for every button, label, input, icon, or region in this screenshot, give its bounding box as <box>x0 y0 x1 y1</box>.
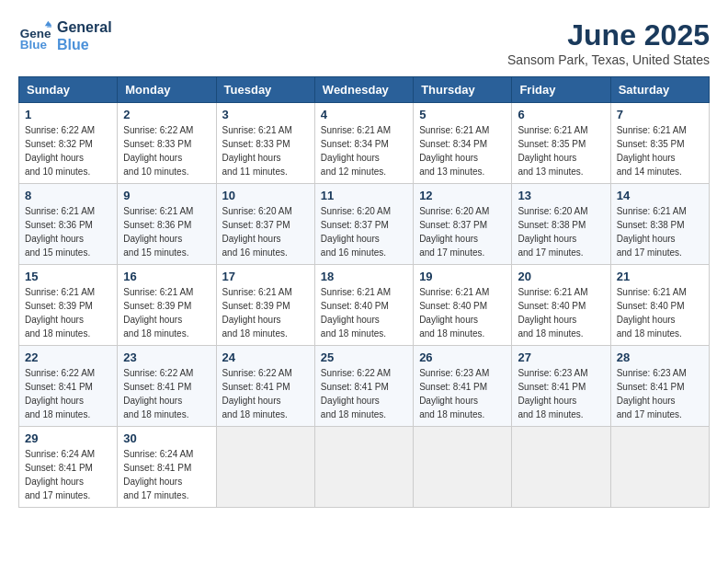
calendar-cell: 16 Sunrise: 6:21 AM Sunset: 8:39 PM Dayl… <box>118 265 216 346</box>
calendar-cell: 11 Sunrise: 6:20 AM Sunset: 8:37 PM Dayl… <box>314 184 413 265</box>
day-info: Sunrise: 6:20 AM Sunset: 8:38 PM Dayligh… <box>518 204 604 259</box>
day-info: Sunrise: 6:21 AM Sunset: 8:35 PM Dayligh… <box>518 123 604 178</box>
calendar-week-row: 8 Sunrise: 6:21 AM Sunset: 8:36 PM Dayli… <box>19 184 710 265</box>
day-info: Sunrise: 6:22 AM Sunset: 8:41 PM Dayligh… <box>321 366 407 421</box>
month-title: June 2025 <box>507 18 710 52</box>
logo-icon: General Blue <box>18 19 51 52</box>
day-number: 9 <box>123 189 210 202</box>
day-number: 14 <box>617 189 703 202</box>
calendar-header-row: Sunday Monday Tuesday Wednesday Thursday… <box>19 77 710 103</box>
calendar-cell: 9 Sunrise: 6:21 AM Sunset: 8:36 PM Dayli… <box>118 184 216 265</box>
day-number: 26 <box>419 350 506 364</box>
calendar-cell: 18 Sunrise: 6:21 AM Sunset: 8:40 PM Dayl… <box>314 265 413 346</box>
day-info: Sunrise: 6:23 AM Sunset: 8:41 PM Dayligh… <box>518 366 604 421</box>
calendar-cell: 27 Sunrise: 6:23 AM Sunset: 8:41 PM Dayl… <box>512 346 610 427</box>
calendar-week-row: 15 Sunrise: 6:21 AM Sunset: 8:39 PM Dayl… <box>19 265 710 346</box>
day-info: Sunrise: 6:21 AM Sunset: 8:40 PM Dayligh… <box>321 285 407 340</box>
day-number: 29 <box>25 431 111 445</box>
col-thursday: Thursday <box>414 77 512 103</box>
day-info: Sunrise: 6:20 AM Sunset: 8:37 PM Dayligh… <box>321 204 407 259</box>
col-tuesday: Tuesday <box>216 77 314 103</box>
calendar-body: 1 Sunrise: 6:22 AM Sunset: 8:32 PM Dayli… <box>19 103 710 508</box>
day-info: Sunrise: 6:23 AM Sunset: 8:41 PM Dayligh… <box>419 366 506 421</box>
page-header: General Blue GeneralBlue June 2025 Sanso… <box>18 18 710 67</box>
calendar-cell: 28 Sunrise: 6:23 AM Sunset: 8:41 PM Dayl… <box>610 346 709 427</box>
calendar-cell: 14 Sunrise: 6:21 AM Sunset: 8:38 PM Dayl… <box>610 184 709 265</box>
day-number: 1 <box>25 108 111 121</box>
day-info: Sunrise: 6:21 AM Sunset: 8:40 PM Dayligh… <box>518 285 604 340</box>
calendar-cell <box>216 427 314 508</box>
day-number: 22 <box>25 350 111 364</box>
calendar-cell: 5 Sunrise: 6:21 AM Sunset: 8:34 PM Dayli… <box>414 103 512 184</box>
col-saturday: Saturday <box>610 77 709 103</box>
day-info: Sunrise: 6:21 AM Sunset: 8:36 PM Dayligh… <box>25 204 111 259</box>
calendar-table: Sunday Monday Tuesday Wednesday Thursday… <box>18 76 710 508</box>
calendar-cell: 23 Sunrise: 6:22 AM Sunset: 8:41 PM Dayl… <box>118 346 216 427</box>
logo: General Blue GeneralBlue <box>18 18 112 53</box>
svg-text:Blue: Blue <box>20 39 48 52</box>
day-info: Sunrise: 6:24 AM Sunset: 8:41 PM Dayligh… <box>25 447 111 502</box>
day-number: 24 <box>222 350 309 364</box>
day-number: 18 <box>321 270 407 283</box>
calendar-cell: 24 Sunrise: 6:22 AM Sunset: 8:41 PM Dayl… <box>216 346 314 427</box>
day-number: 25 <box>321 350 407 364</box>
calendar-cell: 21 Sunrise: 6:21 AM Sunset: 8:40 PM Dayl… <box>610 265 709 346</box>
col-sunday: Sunday <box>19 77 118 103</box>
day-number: 19 <box>419 270 506 283</box>
day-info: Sunrise: 6:22 AM Sunset: 8:41 PM Dayligh… <box>123 366 210 421</box>
day-info: Sunrise: 6:22 AM Sunset: 8:32 PM Dayligh… <box>25 123 111 178</box>
calendar-cell: 4 Sunrise: 6:21 AM Sunset: 8:34 PM Dayli… <box>314 103 413 184</box>
title-block: June 2025 Sansom Park, Texas, United Sta… <box>507 18 710 67</box>
day-info: Sunrise: 6:21 AM Sunset: 8:39 PM Dayligh… <box>123 285 210 340</box>
calendar-cell <box>314 427 413 508</box>
day-number: 15 <box>25 270 111 283</box>
day-number: 2 <box>123 108 210 121</box>
day-info: Sunrise: 6:22 AM Sunset: 8:41 PM Dayligh… <box>25 366 111 421</box>
calendar-cell: 8 Sunrise: 6:21 AM Sunset: 8:36 PM Dayli… <box>19 184 118 265</box>
calendar-week-row: 1 Sunrise: 6:22 AM Sunset: 8:32 PM Dayli… <box>19 103 710 184</box>
day-number: 8 <box>25 189 111 202</box>
calendar-cell: 15 Sunrise: 6:21 AM Sunset: 8:39 PM Dayl… <box>19 265 118 346</box>
day-info: Sunrise: 6:21 AM Sunset: 8:34 PM Dayligh… <box>321 123 407 178</box>
day-number: 16 <box>123 270 210 283</box>
col-wednesday: Wednesday <box>314 77 413 103</box>
calendar-cell: 26 Sunrise: 6:23 AM Sunset: 8:41 PM Dayl… <box>414 346 512 427</box>
calendar-week-row: 29 Sunrise: 6:24 AM Sunset: 8:41 PM Dayl… <box>19 427 710 508</box>
day-number: 20 <box>518 270 604 283</box>
day-number: 4 <box>321 108 407 121</box>
day-number: 17 <box>222 270 309 283</box>
day-info: Sunrise: 6:20 AM Sunset: 8:37 PM Dayligh… <box>222 204 309 259</box>
calendar-cell: 7 Sunrise: 6:21 AM Sunset: 8:35 PM Dayli… <box>610 103 709 184</box>
day-info: Sunrise: 6:21 AM Sunset: 8:36 PM Dayligh… <box>123 204 210 259</box>
calendar-cell: 12 Sunrise: 6:20 AM Sunset: 8:37 PM Dayl… <box>414 184 512 265</box>
calendar-cell <box>414 427 512 508</box>
day-number: 23 <box>123 350 210 364</box>
location-subtitle: Sansom Park, Texas, United States <box>507 52 710 67</box>
calendar-cell: 29 Sunrise: 6:24 AM Sunset: 8:41 PM Dayl… <box>19 427 118 508</box>
day-number: 5 <box>419 108 506 121</box>
calendar-week-row: 22 Sunrise: 6:22 AM Sunset: 8:41 PM Dayl… <box>19 346 710 427</box>
day-number: 27 <box>518 350 604 364</box>
calendar-cell <box>610 427 709 508</box>
day-number: 10 <box>222 189 309 202</box>
calendar-cell: 6 Sunrise: 6:21 AM Sunset: 8:35 PM Dayli… <box>512 103 610 184</box>
day-info: Sunrise: 6:21 AM Sunset: 8:40 PM Dayligh… <box>419 285 506 340</box>
logo-text: GeneralBlue <box>57 18 112 53</box>
calendar-cell: 19 Sunrise: 6:21 AM Sunset: 8:40 PM Dayl… <box>414 265 512 346</box>
day-number: 7 <box>617 108 703 121</box>
day-number: 21 <box>617 270 703 283</box>
day-info: Sunrise: 6:21 AM Sunset: 8:33 PM Dayligh… <box>222 123 309 178</box>
calendar-cell: 17 Sunrise: 6:21 AM Sunset: 8:39 PM Dayl… <box>216 265 314 346</box>
calendar-cell: 13 Sunrise: 6:20 AM Sunset: 8:38 PM Dayl… <box>512 184 610 265</box>
day-number: 3 <box>222 108 309 121</box>
calendar-cell <box>512 427 610 508</box>
day-info: Sunrise: 6:21 AM Sunset: 8:38 PM Dayligh… <box>617 204 703 259</box>
day-info: Sunrise: 6:21 AM Sunset: 8:35 PM Dayligh… <box>617 123 703 178</box>
day-number: 11 <box>321 189 407 202</box>
col-monday: Monday <box>118 77 216 103</box>
calendar-cell: 2 Sunrise: 6:22 AM Sunset: 8:33 PM Dayli… <box>118 103 216 184</box>
day-info: Sunrise: 6:22 AM Sunset: 8:41 PM Dayligh… <box>222 366 309 421</box>
calendar-cell: 20 Sunrise: 6:21 AM Sunset: 8:40 PM Dayl… <box>512 265 610 346</box>
day-info: Sunrise: 6:21 AM Sunset: 8:39 PM Dayligh… <box>222 285 309 340</box>
day-number: 30 <box>123 431 210 445</box>
